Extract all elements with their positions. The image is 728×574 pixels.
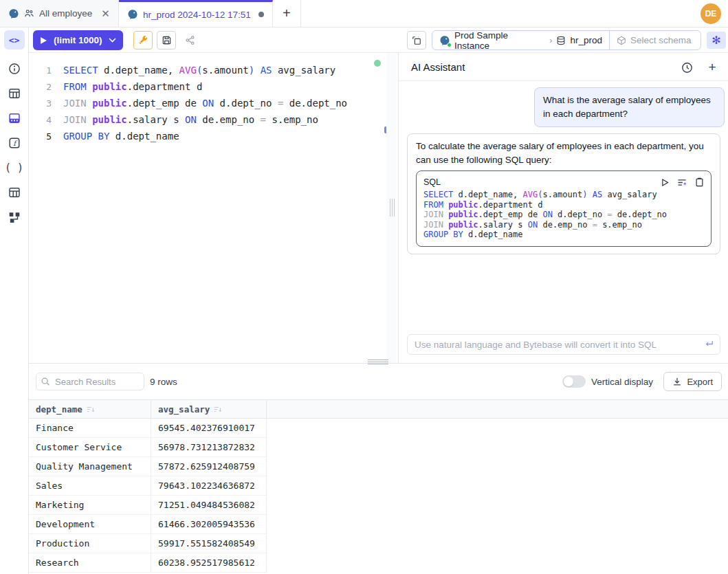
tab-hr-prod[interactable]: hr_prod 2024-10-12 17:51 <box>119 0 273 27</box>
panel-title: AI Assistant <box>411 61 465 73</box>
run-query-button[interactable]: (limit 1000) <box>33 30 123 50</box>
ai-code-line: SELECT d.dept_name, AVG(s.amount) AS avg… <box>423 190 704 200</box>
add-tab-button[interactable]: + <box>273 0 301 27</box>
connection-selector[interactable]: Prod Sample Instance › hr_prod Select sc… <box>432 30 701 50</box>
share-button[interactable] <box>180 31 199 49</box>
search-icon <box>41 377 50 386</box>
cell-avg-salary[interactable]: 57872.625912408759 <box>151 457 267 476</box>
results-table-body: Finance69545.402376910017Customer Servic… <box>29 419 728 574</box>
table-row[interactable]: Development61466.302005943536 <box>29 515 267 534</box>
info-icon[interactable] <box>4 59 25 78</box>
toggle-knob <box>564 377 573 386</box>
editor-code-line[interactable]: 4JOIN public.salary s ON de.emp_no = s.e… <box>29 111 386 128</box>
cell-avg-salary[interactable]: 61466.302005943536 <box>151 515 267 533</box>
table-icon[interactable] <box>4 84 25 103</box>
insert-sql-icon[interactable] <box>677 178 687 187</box>
sort-icon[interactable] <box>214 406 222 413</box>
editor-code-line[interactable]: 1SELECT d.dept_name, AVG(s.amount) AS av… <box>29 62 386 78</box>
tab-all-employee[interactable]: All employee ✕ <box>0 0 119 27</box>
sort-icon[interactable] <box>87 406 95 413</box>
cell-dept-name[interactable]: Production <box>29 534 151 553</box>
line-number: 2 <box>29 82 63 92</box>
sidebar-item-sql-editor[interactable]: <> <box>4 30 25 49</box>
table-row[interactable]: Finance69545.402376910017 <box>29 419 267 438</box>
copy-sql-icon[interactable] <box>695 177 704 187</box>
search-results-wrap <box>36 373 144 390</box>
er-diagram-icon[interactable] <box>4 208 25 227</box>
run-sql-icon[interactable] <box>661 178 670 187</box>
unsaved-dot-icon <box>258 12 264 17</box>
sql-editor[interactable]: 1SELECT d.dept_name, AVG(s.amount) AS av… <box>29 53 386 363</box>
cell-dept-name[interactable]: Finance <box>29 419 151 437</box>
vertical-display-label: Vertical display <box>591 364 653 399</box>
cell-avg-salary[interactable]: 59917.551582408549 <box>151 534 267 553</box>
history-clock-icon[interactable] <box>680 60 694 74</box>
new-chat-plus-icon[interactable]: + <box>705 60 719 74</box>
cell-avg-salary[interactable]: 79643.102234636872 <box>151 476 267 495</box>
instance-name: Prod Sample Instance <box>454 30 545 51</box>
ai-assistant-toggle-button[interactable]: ✻ <box>707 32 726 49</box>
cell-dept-name[interactable]: Customer Service <box>29 438 151 456</box>
sheet-table-icon[interactable] <box>4 183 25 202</box>
table-row[interactable]: Quality Management57872.625912408759 <box>29 457 267 476</box>
ai-prompt-inputwrap <box>407 334 720 355</box>
share-icon <box>185 35 195 45</box>
column-header-dept-name[interactable]: dept_name <box>29 400 151 418</box>
parentheses-icon[interactable]: ( ) <box>4 158 25 177</box>
export-button[interactable]: Export <box>663 372 722 391</box>
panel-resize-handle-vertical[interactable] <box>386 53 399 363</box>
column-label: dept_name <box>36 404 82 415</box>
editor-code-line[interactable]: 2FROM public.department d <box>29 78 386 95</box>
cell-dept-name[interactable]: Sales <box>29 476 151 495</box>
wrench-icon <box>138 35 148 45</box>
column-header-avg-salary[interactable]: avg_salary <box>151 400 267 418</box>
database-icon <box>556 36 566 45</box>
run-label: (limit 1000) <box>54 35 102 45</box>
cell-avg-salary[interactable]: 56978.731213872832 <box>151 438 267 456</box>
table-row[interactable]: Marketing71251.049484536082 <box>29 496 267 515</box>
download-icon <box>672 377 682 386</box>
avatar[interactable]: DE <box>701 3 721 24</box>
vertical-display-toggle[interactable] <box>562 375 586 388</box>
table-row[interactable]: Sales79643.102234636872 <box>29 476 267 496</box>
export-label: Export <box>687 377 713 387</box>
schema-diagram-icon[interactable] <box>4 109 25 128</box>
table-row[interactable]: Research60238.952517985612 <box>29 553 267 573</box>
cell-dept-name[interactable]: Marketing <box>29 496 151 514</box>
function-icon[interactable]: f <box>4 133 25 153</box>
batch-query-button[interactable] <box>407 31 426 49</box>
postgres-icon <box>8 8 19 19</box>
ai-prompt-input[interactable] <box>407 334 720 355</box>
cell-avg-salary[interactable]: 71251.049484536082 <box>151 496 267 514</box>
connected-status-dot <box>447 43 452 47</box>
cell-avg-salary[interactable]: 69545.402376910017 <box>151 419 267 437</box>
database-name: hr_prod <box>570 35 602 45</box>
enter-return-icon[interactable] <box>704 339 714 349</box>
cell-dept-name[interactable]: Development <box>29 515 151 533</box>
save-button[interactable] <box>157 31 176 49</box>
instance-database-segment[interactable]: Prod Sample Instance › hr_prod <box>432 31 609 49</box>
table-row[interactable]: Production59917.551582408549 <box>29 534 267 553</box>
editor-code: 1SELECT d.dept_name, AVG(s.amount) AS av… <box>29 62 386 144</box>
results-panel: 9 rows Vertical display Export dept_name… <box>29 363 728 574</box>
cell-avg-salary[interactable]: 60238.952517985612 <box>151 553 267 572</box>
table-row[interactable]: Customer Service56978.731213872832 <box>29 438 267 457</box>
openai-icon: ✻ <box>712 34 720 47</box>
editor-code-line[interactable]: 3JOIN public.dept_emp de ON d.dept_no = … <box>29 95 386 111</box>
chevron-down-icon[interactable] <box>109 38 116 43</box>
editor-code-line[interactable]: 5GROUP BY d.dept_name <box>29 128 386 144</box>
panel-resize-handle-horizontal[interactable] <box>368 360 388 364</box>
ai-code-line: FROM public.department d <box>423 200 704 210</box>
assistant-message: To calculate the average salary of emplo… <box>407 133 720 254</box>
svg-text:f: f <box>13 140 18 147</box>
cell-dept-name[interactable]: Quality Management <box>29 457 151 476</box>
schema-selector[interactable]: Select schema <box>609 31 701 49</box>
results-table-header: dept_name avg_salary <box>29 399 728 419</box>
toolbar: (limit 1000) Prod Sample Instance › <box>29 27 728 53</box>
close-tab-icon[interactable]: ✕ <box>101 8 110 20</box>
ai-code-line: JOIN public.salary s ON de.emp_no = s.em… <box>423 220 704 230</box>
postgres-icon <box>127 9 138 20</box>
format-sql-button[interactable] <box>133 31 153 49</box>
search-results-input[interactable] <box>36 373 144 390</box>
cell-dept-name[interactable]: Research <box>29 553 151 572</box>
